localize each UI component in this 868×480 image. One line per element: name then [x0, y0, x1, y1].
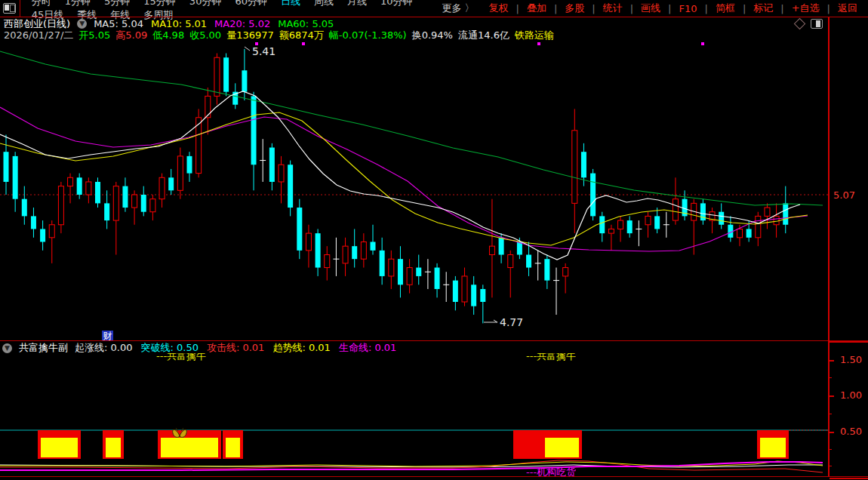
action-多股[interactable]: 多股	[565, 2, 584, 15]
axis-minor-tick	[830, 414, 832, 414]
candlestick	[205, 88, 211, 134]
candlestick	[443, 272, 449, 302]
signal-block	[513, 430, 542, 459]
candlestick	[627, 216, 633, 237]
signal-dot	[537, 42, 540, 45]
quote-field: 高5.09	[115, 29, 147, 42]
action-+自选[interactable]: +自选	[792, 2, 820, 15]
candlestick	[645, 212, 651, 238]
ma60-line	[0, 51, 823, 205]
toolbar-pipe: |	[630, 3, 633, 14]
action-复权[interactable]: 复权	[489, 2, 509, 15]
panel-split-icon[interactable]	[811, 19, 823, 29]
candlestick	[306, 225, 311, 268]
action-叠加[interactable]: 叠加	[527, 2, 546, 15]
action-标记[interactable]: 标记	[753, 2, 773, 15]
candlestick	[251, 92, 257, 191]
trading-app-window: 分时1分钟5分钟15分钟30分钟60分钟日线周线月线10分钟45日线季线年线多周…	[0, 0, 868, 480]
action-返回[interactable]: 返回	[838, 2, 857, 15]
candlestick	[572, 109, 577, 233]
candlestick	[288, 161, 293, 217]
finance-tag-button[interactable]: 财	[102, 331, 113, 341]
candlestick	[380, 238, 385, 285]
candlestick	[508, 251, 513, 297]
candlestick	[462, 268, 467, 306]
candlestick	[453, 276, 458, 310]
candlestick	[654, 208, 660, 233]
candlestick	[765, 203, 770, 229]
period-tab-30分钟[interactable]: 30分钟	[189, 0, 222, 7]
toolbar-pipe: |	[780, 3, 783, 14]
period-tab-周线[interactable]: 周线	[314, 0, 334, 7]
window-split-icon[interactable]	[3, 3, 16, 14]
candlestick	[471, 276, 476, 315]
period-tab-1分钟[interactable]: 1分钟	[65, 0, 91, 7]
quote-field: 开5.05	[78, 29, 110, 42]
candlestick	[68, 174, 73, 204]
toolbar-pipe: |	[554, 3, 557, 14]
axis-tick	[830, 395, 834, 397]
candlestick	[150, 195, 155, 220]
action-统计[interactable]: 统计	[603, 2, 623, 15]
toolbar-pipe: |	[743, 3, 746, 14]
toolbar-pipe: |	[705, 3, 708, 14]
toolbar-pipe: |	[516, 3, 519, 14]
sub-indicator-chart[interactable]	[0, 343, 828, 476]
candlestick	[398, 246, 403, 297]
candlestick	[325, 246, 330, 280]
candlestick	[132, 190, 137, 224]
ma5-line	[0, 91, 800, 260]
ma20-line	[0, 107, 808, 251]
period-tab-分时[interactable]: 分时	[32, 0, 51, 7]
quote-field: 低4.98	[152, 29, 184, 42]
signal-block	[38, 430, 81, 459]
low-price-label: 4.77	[500, 316, 523, 328]
action-F10[interactable]: F10	[679, 3, 697, 14]
quote-field: 收5.00	[189, 29, 221, 42]
candlestick	[636, 220, 642, 246]
period-toolbar: 分时1分钟5分钟15分钟30分钟60分钟日线周线月线10分钟45日线季线年线多周…	[0, 0, 868, 17]
candlestick	[13, 152, 18, 212]
candlestick	[389, 251, 394, 289]
quote-field: 量136977	[226, 29, 274, 42]
toolbar-pipe: |	[592, 3, 595, 14]
more-periods-button[interactable]: 更多 〉	[442, 2, 474, 15]
candlestick	[223, 54, 229, 97]
candlestick	[728, 216, 733, 242]
candlestick	[196, 109, 202, 177]
high-pointer	[245, 47, 250, 51]
period-tab-日线[interactable]: 日线	[281, 0, 300, 7]
candlestick	[269, 143, 275, 190]
signal-block	[542, 430, 582, 459]
candlestick	[113, 182, 119, 255]
quote-field: 铁路运输	[515, 29, 554, 42]
candlestick	[333, 238, 339, 276]
candlestick	[774, 203, 779, 237]
main-candlestick-chart[interactable]: 5.414.77	[0, 42, 828, 340]
diamond-marker-icon[interactable]	[794, 18, 806, 30]
period-tab-月线[interactable]: 月线	[347, 0, 367, 7]
sub-axis-label: 0.50	[840, 426, 862, 437]
candlestick	[361, 233, 366, 267]
candlestick	[31, 208, 36, 238]
candlestick	[371, 225, 376, 255]
candlestick	[663, 212, 669, 238]
prev-close-price-label: 5.07	[833, 189, 855, 201]
action-画线[interactable]: 画线	[641, 2, 660, 15]
candlestick	[279, 156, 284, 203]
signal-block	[223, 430, 243, 459]
candlestick	[315, 229, 321, 275]
sub-axis-label: 1.00	[840, 389, 862, 401]
period-tab-5分钟[interactable]: 5分钟	[104, 0, 130, 7]
candlestick	[122, 177, 128, 211]
candlestick	[599, 212, 605, 242]
candlestick	[352, 229, 357, 267]
quote-fields: 开5.05高5.09低4.98收5.00量136977额6874万幅-0.07(…	[78, 29, 554, 42]
chevron-down-circle-icon[interactable]: ▼	[77, 19, 87, 29]
period-tab-60分钟[interactable]: 60分钟	[235, 0, 267, 7]
candlestick	[480, 285, 485, 323]
action-简框[interactable]: 简框	[716, 2, 735, 15]
period-tab-15分钟[interactable]: 15分钟	[143, 0, 176, 7]
candlestick	[535, 251, 541, 281]
period-tab-10分钟[interactable]: 10分钟	[380, 0, 413, 7]
